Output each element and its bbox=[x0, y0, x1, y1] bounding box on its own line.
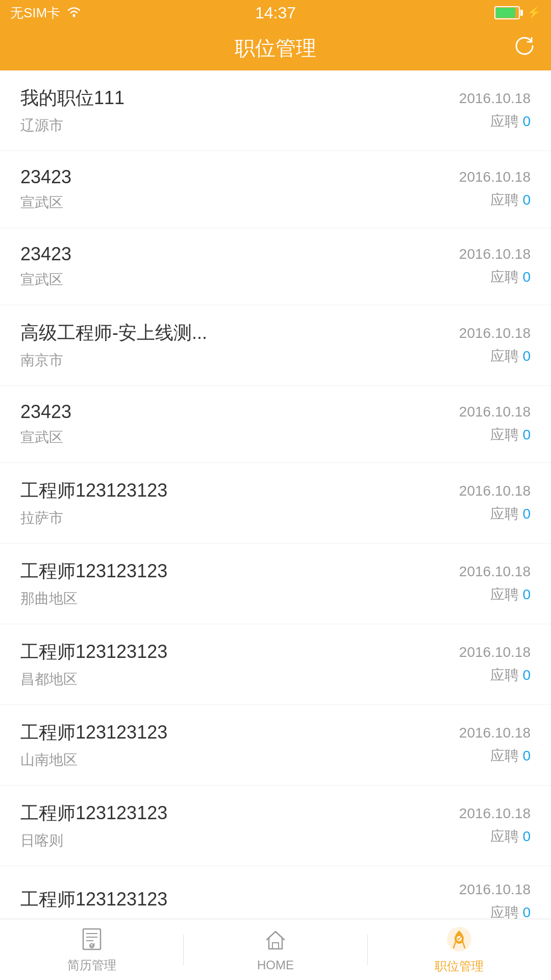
jobs-icon bbox=[445, 925, 473, 955]
job-right: 2016.10.18应聘 0 bbox=[429, 483, 531, 524]
nav-item-resume[interactable]: 简历管理 bbox=[0, 919, 183, 980]
job-location: 拉萨市 bbox=[20, 508, 429, 528]
page-title: 职位管理 bbox=[235, 34, 316, 62]
home-icon bbox=[263, 927, 288, 955]
job-apply[interactable]: 应聘 0 bbox=[429, 504, 531, 524]
signal-text: 无SIM卡 bbox=[10, 4, 60, 22]
job-right: 2016.10.18应聘 0 bbox=[429, 805, 531, 846]
job-left: 工程师123123123那曲地区 bbox=[20, 559, 429, 608]
job-date: 2016.10.18 bbox=[429, 169, 531, 185]
apply-count: 0 bbox=[522, 192, 531, 208]
job-item[interactable]: 工程师123123123拉萨市2016.10.18应聘 0 bbox=[0, 463, 551, 544]
job-location: 那曲地区 bbox=[20, 589, 429, 608]
job-item[interactable]: 工程师123123123山南地区2016.10.18应聘 0 bbox=[0, 705, 551, 786]
job-date: 2016.10.18 bbox=[429, 246, 531, 262]
job-title: 工程师123123123 bbox=[20, 640, 429, 665]
job-left: 工程师123123123昌都地区 bbox=[20, 640, 429, 689]
job-date: 2016.10.18 bbox=[429, 805, 531, 822]
job-title: 工程师123123123 bbox=[20, 559, 429, 584]
job-title: 高级工程师-安上线测... bbox=[20, 321, 429, 346]
job-location: 南京市 bbox=[20, 351, 429, 370]
job-right: 2016.10.18应聘 0 bbox=[429, 644, 531, 685]
nav-label-home: HOME bbox=[257, 958, 294, 972]
apply-count: 0 bbox=[522, 269, 531, 285]
job-title: 23423 bbox=[20, 401, 429, 423]
job-right: 2016.10.18应聘 0 bbox=[429, 725, 531, 766]
job-date: 2016.10.18 bbox=[429, 644, 531, 660]
job-item[interactable]: 23423宣武区2016.10.18应聘 0 bbox=[0, 228, 551, 305]
job-location: 宣武区 bbox=[20, 193, 429, 212]
job-left: 23423宣武区 bbox=[20, 401, 429, 447]
job-item[interactable]: 23423宣武区2016.10.18应聘 0 bbox=[0, 151, 551, 228]
job-left: 工程师123123123山南地区 bbox=[20, 720, 429, 770]
job-location: 山南地区 bbox=[20, 750, 429, 770]
job-right: 2016.10.18应聘 0 bbox=[429, 246, 531, 287]
job-right: 2016.10.18应聘 0 bbox=[429, 325, 531, 366]
job-location: 宣武区 bbox=[20, 428, 429, 447]
apply-count: 0 bbox=[522, 348, 531, 364]
job-title: 工程师123123123 bbox=[20, 720, 429, 745]
header: 职位管理 bbox=[0, 26, 551, 70]
job-date: 2016.10.18 bbox=[429, 404, 531, 420]
job-date: 2016.10.18 bbox=[429, 725, 531, 741]
job-left: 23423宣武区 bbox=[20, 243, 429, 289]
job-left: 23423宣武区 bbox=[20, 166, 429, 212]
job-apply[interactable]: 应聘 0 bbox=[429, 347, 531, 366]
job-item[interactable]: 高级工程师-安上线测...南京市2016.10.18应聘 0 bbox=[0, 305, 551, 386]
job-title: 23423 bbox=[20, 243, 429, 265]
job-apply[interactable]: 应聘 0 bbox=[429, 190, 531, 210]
battery-fill bbox=[496, 8, 515, 18]
job-right: 2016.10.18应聘 0 bbox=[429, 169, 531, 210]
apply-count: 0 bbox=[522, 506, 531, 522]
job-item[interactable]: 工程师123123123昌都地区2016.10.18应聘 0 bbox=[0, 624, 551, 705]
job-apply[interactable]: 应聘 0 bbox=[429, 267, 531, 287]
resume-icon bbox=[79, 926, 105, 954]
nav-item-jobs[interactable]: 职位管理 bbox=[368, 919, 551, 980]
job-location: 昌都地区 bbox=[20, 670, 429, 689]
job-left: 我的职位111辽源市 bbox=[20, 86, 429, 135]
job-apply[interactable]: 应聘 0 bbox=[429, 746, 531, 766]
status-right: ⚡ bbox=[494, 6, 541, 19]
job-apply[interactable]: 应聘 0 bbox=[429, 666, 531, 685]
refresh-button[interactable] bbox=[513, 35, 536, 62]
apply-count: 0 bbox=[522, 667, 531, 683]
job-left: 高级工程师-安上线测...南京市 bbox=[20, 321, 429, 370]
apply-count: 0 bbox=[522, 586, 531, 602]
job-apply[interactable]: 应聘 0 bbox=[429, 425, 531, 445]
apply-count: 0 bbox=[522, 904, 531, 920]
job-list: 我的职位111辽源市2016.10.18应聘 023423宣武区2016.10.… bbox=[0, 70, 551, 980]
nav-label-resume: 简历管理 bbox=[67, 957, 116, 973]
job-item[interactable]: 我的职位111辽源市2016.10.18应聘 0 bbox=[0, 70, 551, 151]
job-left: 工程师123123123拉萨市 bbox=[20, 478, 429, 528]
job-apply[interactable]: 应聘 0 bbox=[429, 112, 531, 131]
status-time: 14:37 bbox=[255, 4, 296, 22]
apply-count: 0 bbox=[522, 748, 531, 764]
job-item[interactable]: 23423宣武区2016.10.18应聘 0 bbox=[0, 386, 551, 463]
apply-count: 0 bbox=[522, 113, 531, 129]
job-left: 工程师123123123 bbox=[20, 887, 429, 917]
job-date: 2016.10.18 bbox=[429, 90, 531, 107]
job-date: 2016.10.18 bbox=[429, 564, 531, 580]
job-item[interactable]: 工程师123123123那曲地区2016.10.18应聘 0 bbox=[0, 544, 551, 624]
job-apply[interactable]: 应聘 0 bbox=[429, 827, 531, 846]
job-title: 工程师123123123 bbox=[20, 801, 429, 826]
job-item[interactable]: 工程师123123123日喀则2016.10.18应聘 0 bbox=[0, 786, 551, 866]
bottom-nav: 简历管理 HOME 职位管理 bbox=[0, 919, 551, 980]
job-right: 2016.10.18应聘 0 bbox=[429, 881, 531, 922]
job-title: 我的职位111 bbox=[20, 86, 429, 111]
job-right: 2016.10.18应聘 0 bbox=[429, 404, 531, 445]
job-title: 工程师123123123 bbox=[20, 887, 429, 912]
job-right: 2016.10.18应聘 0 bbox=[429, 564, 531, 604]
battery-icon bbox=[494, 6, 520, 19]
nav-label-jobs: 职位管理 bbox=[435, 958, 484, 974]
apply-count: 0 bbox=[522, 427, 531, 443]
job-location: 辽源市 bbox=[20, 116, 429, 135]
job-title: 工程师123123123 bbox=[20, 478, 429, 503]
apply-count: 0 bbox=[522, 828, 531, 844]
svg-point-0 bbox=[73, 14, 76, 17]
nav-item-home[interactable]: HOME bbox=[184, 919, 367, 980]
bolt-icon: ⚡ bbox=[527, 6, 541, 19]
svg-rect-6 bbox=[272, 943, 279, 949]
job-left: 工程师123123123日喀则 bbox=[20, 801, 429, 850]
job-apply[interactable]: 应聘 0 bbox=[429, 585, 531, 604]
